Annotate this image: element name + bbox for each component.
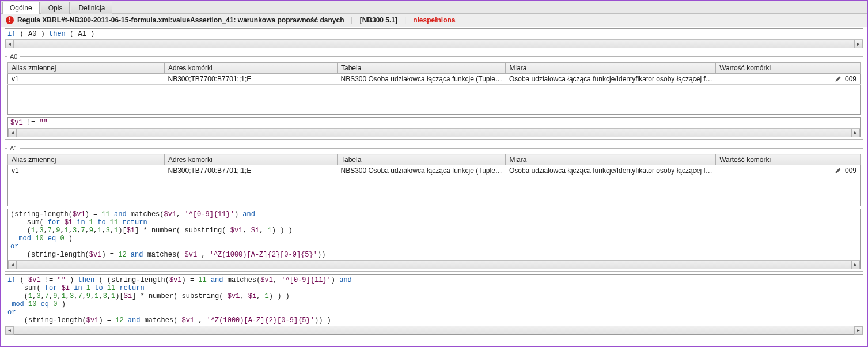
scroll-right-icon[interactable]: ► <box>854 40 863 48</box>
a1-table: Alias zmiennej Adres komórki Tabela Miar… <box>7 154 861 206</box>
scroll-left-icon[interactable]: ◄ <box>5 40 14 48</box>
a1-expression-box: (string-length($v1) = 11 and matches($v1… <box>7 209 861 269</box>
cell-addr: NB300;TB7700:B7701;;1;E <box>165 74 338 85</box>
horizontal-scrollbar[interactable]: ◄ ► <box>5 39 863 48</box>
code-text[interactable]: if ( $v1 != "" ) then ( (string-length($… <box>5 275 863 326</box>
a0-table: Alias zmiennej Adres komórki Tabela Miar… <box>7 62 861 115</box>
tab-description[interactable]: Opis <box>41 2 70 14</box>
cell-value[interactable]: 009 <box>716 74 861 85</box>
code-expression-bottom: if ( $v1 != "" ) then ( (string-length($… <box>5 274 863 335</box>
cell-alias: v1 <box>8 165 165 176</box>
scroll-right-icon[interactable]: ► <box>851 129 860 137</box>
table-empty-area <box>8 176 861 206</box>
edit-icon[interactable] <box>835 167 842 174</box>
cell-table: NBS300 Osoba udziałowca łącząca funkcje … <box>338 165 506 176</box>
scroll-right-icon[interactable]: ► <box>854 326 863 335</box>
scroll-left-icon[interactable]: ◄ <box>5 326 14 335</box>
scroll-left-icon[interactable]: ◄ <box>8 129 17 137</box>
horizontal-scrollbar[interactable]: ◄ ► <box>8 128 860 137</box>
col-table[interactable]: Tabela <box>338 154 506 165</box>
rule-title: Reguła XBRL#t-NB300-2011-06-15-formula.x… <box>17 16 344 24</box>
block-a1-legend: A1 <box>7 145 20 152</box>
col-value[interactable]: Wartość komórki <box>716 63 861 74</box>
horizontal-scrollbar[interactable]: ◄ ► <box>8 260 860 269</box>
col-table[interactable]: Tabela <box>338 63 506 74</box>
tab-label: Definicja <box>78 4 105 12</box>
scroll-left-icon[interactable]: ◄ <box>8 261 17 269</box>
code-text[interactable]: if ( A0 ) then ( A1 ) <box>5 29 863 39</box>
tabs-bar: Ogólne Opis Definicja <box>1 1 867 14</box>
separator-icon: | <box>351 16 353 24</box>
cell-measure: Osoba udziałowca łącząca funkcje/Identyf… <box>506 74 716 85</box>
separator-icon: | <box>404 16 406 24</box>
cell-measure: Osoba udziałowca łącząca funkcje/Identyf… <box>506 165 716 176</box>
block-a0: A0 Alias zmiennej Adres komórki Tabela M… <box>5 53 863 140</box>
cell-value-text: 009 <box>845 167 856 175</box>
col-addr[interactable]: Adres komórki <box>165 63 338 74</box>
table-empty-area <box>8 85 861 115</box>
table-header-row: Alias zmiennej Adres komórki Tabela Miar… <box>8 63 861 74</box>
col-alias[interactable]: Alias zmiennej <box>8 154 165 165</box>
validation-panel: Ogólne Opis Definicja ! Reguła XBRL#t-NB… <box>0 0 868 347</box>
col-alias[interactable]: Alias zmiennej <box>8 63 165 74</box>
a0-expression-box: $v1 != "" ◄ ► <box>7 117 861 137</box>
tab-definition[interactable]: Definicja <box>71 2 112 14</box>
edit-icon[interactable] <box>835 76 842 82</box>
horizontal-scrollbar[interactable]: ◄ ► <box>5 326 863 334</box>
rule-ref: [NB300 5.1] <box>360 16 397 24</box>
cell-alias: v1 <box>8 74 165 85</box>
error-icon: ! <box>6 16 14 24</box>
code-text[interactable]: (string-length($v1) = 11 and matches($v1… <box>8 209 860 260</box>
tab-label: Ogólne <box>10 4 32 12</box>
table-row[interactable]: v1 NB300;TB7700:B7701;;1;E NBS300 Osoba … <box>8 165 861 176</box>
col-measure[interactable]: Miara <box>506 63 716 74</box>
block-a1: A1 Alias zmiennej Adres komórki Tabela M… <box>5 145 863 272</box>
table-row[interactable]: v1 NB300;TB7700:B7701;;1;E NBS300 Osoba … <box>8 74 861 85</box>
col-addr[interactable]: Adres komórki <box>165 154 338 165</box>
col-value[interactable]: Wartość komórki <box>716 154 861 165</box>
cell-addr: NB300;TB7700:B7701;;1;E <box>165 165 338 176</box>
tab-label: Opis <box>48 4 63 12</box>
cell-table: NBS300 Osoba udziałowca łącząca funkcje … <box>338 74 506 85</box>
code-text[interactable]: $v1 != "" <box>8 118 860 128</box>
code-expression-top: if ( A0 ) then ( A1 ) ◄ ► <box>5 28 863 48</box>
rule-status: niespełniona <box>413 16 455 24</box>
table-header-row: Alias zmiennej Adres komórki Tabela Miar… <box>8 154 861 165</box>
rule-header: ! Reguła XBRL#t-NB300-2011-06-15-formula… <box>1 14 867 27</box>
tab-general[interactable]: Ogólne <box>2 2 40 14</box>
cell-value-text: 009 <box>845 75 856 83</box>
scroll-right-icon[interactable]: ► <box>851 261 860 269</box>
cell-value[interactable]: 009 <box>716 165 861 176</box>
col-measure[interactable]: Miara <box>506 154 716 165</box>
block-a0-legend: A0 <box>7 53 20 60</box>
